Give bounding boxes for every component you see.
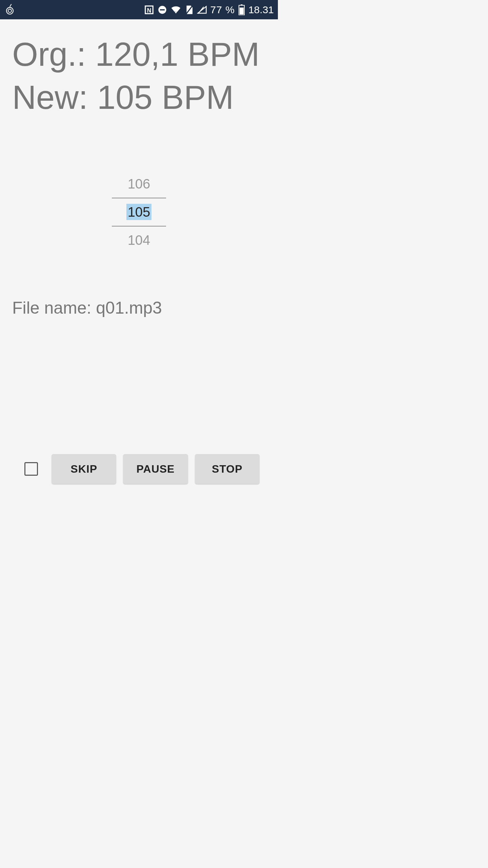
bpm-number-picker[interactable]: 106 105 104	[112, 170, 166, 254]
controls-bar: SKIP PAUSE STOP	[12, 447, 266, 494]
clock: 18.31	[248, 4, 274, 16]
battery-percentage: 77 %	[210, 4, 235, 16]
picker-value-selected[interactable]: 105	[112, 198, 166, 226]
nfc-icon: N	[144, 5, 154, 15]
skip-button[interactable]: SKIP	[52, 454, 116, 484]
new-bpm-label: New: 105 BPM	[12, 76, 266, 119]
no-signal-icon	[197, 5, 207, 15]
status-bar: N ↑↓ 77 %	[0, 0, 278, 19]
stop-button[interactable]: STOP	[195, 454, 260, 484]
svg-rect-11	[240, 7, 244, 15]
svg-text:↑↓: ↑↓	[174, 10, 177, 14]
picker-value-below[interactable]: 104	[112, 226, 166, 254]
file-name-label: File name: q01.mp3	[12, 298, 266, 318]
main-content: Org.: 120,1 BPM New: 105 BPM 106 105 104…	[0, 19, 278, 494]
loop-checkbox[interactable]	[24, 462, 38, 476]
wifi-icon: ↑↓	[170, 5, 181, 15]
battery-icon	[238, 4, 245, 15]
app-notification-icon	[4, 4, 16, 16]
svg-line-8	[198, 7, 203, 14]
svg-point-0	[6, 7, 13, 14]
dnd-icon	[158, 5, 167, 15]
original-bpm-label: Org.: 120,1 BPM	[12, 33, 266, 76]
svg-point-1	[8, 9, 12, 12]
no-sim-icon	[185, 5, 194, 15]
svg-text:N: N	[147, 7, 151, 14]
svg-rect-5	[160, 9, 165, 11]
pause-button[interactable]: PAUSE	[123, 454, 188, 484]
picker-value-above[interactable]: 106	[112, 170, 166, 198]
